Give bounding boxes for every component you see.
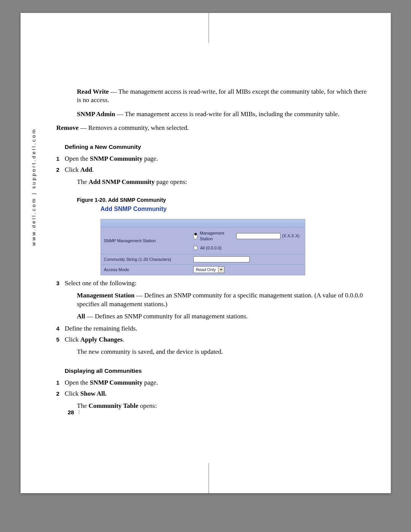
step-text-pre: Click: [65, 336, 80, 343]
step-text-pre: Open the: [65, 155, 90, 162]
ms-label: Management Station: [77, 292, 135, 299]
table-row: SNMP Management Station Management Stati…: [100, 227, 305, 254]
figure-caption: Figure 1-20. Add SNMP Community: [77, 197, 368, 203]
step-number: 5: [53, 336, 59, 343]
svg-marker-0: [220, 269, 222, 271]
open-line-post: page opens:: [155, 178, 187, 185]
table-line-bold: Community Table: [89, 402, 139, 409]
radio-management-station[interactable]: [193, 233, 198, 240]
open-line-pre: The: [77, 178, 89, 185]
snmp-form: SNMP Management Station Management Stati…: [100, 219, 305, 275]
row-value: Management Station (X.X.X.X) All (0.0.0.…: [190, 227, 305, 254]
figure-title: Add SNMP Community: [100, 205, 368, 213]
row-label: Access Mode: [101, 265, 190, 275]
step-text-bold: Show All.: [80, 390, 107, 397]
table-line: The Community Table opens:: [77, 402, 368, 410]
open-line: The Add SNMP Community page opens:: [77, 178, 368, 186]
row-value: [190, 254, 305, 265]
ms-option: Management Station — Defines an SNMP com…: [77, 291, 368, 308]
heading-defining: Defining a New Community: [65, 143, 368, 151]
readwrite-label: Read Write: [77, 88, 109, 95]
radio-all[interactable]: [193, 246, 198, 250]
page-number: 28: [68, 409, 74, 415]
step-text-post: .: [123, 336, 124, 343]
margin-mark-top: [209, 13, 209, 43]
community-string-input[interactable]: [193, 256, 250, 262]
step-text-bold: Apply Changes: [80, 336, 123, 343]
all-text: — Defines an SNMP community for all mana…: [85, 313, 248, 320]
footer-divider: |: [78, 409, 80, 414]
step-number: 1: [53, 155, 59, 163]
step-text-bold: SNMP Community: [90, 155, 142, 162]
all-label: All: [77, 313, 85, 320]
remove-label: Remove: [56, 124, 79, 131]
snmpadmin-text: — The management access is read-write fo…: [115, 110, 339, 118]
chevron-down-icon: [218, 267, 224, 273]
step-number: 2: [53, 166, 59, 174]
readwrite-desc: Read Write — The management access is re…: [77, 88, 368, 105]
all-option: All — Defines an SNMP community for all …: [77, 312, 368, 321]
saved-text: The new community is saved, and the devi…: [77, 348, 368, 356]
radio-label-ms: Management Station: [200, 230, 235, 241]
list-item: 1 Open the SNMP Community page.: [65, 379, 368, 387]
list-item: 4 Define the remaining fields.: [65, 324, 368, 333]
step-text-bold: Add: [80, 166, 92, 173]
row-value: Read Only: [190, 265, 305, 275]
step-number: 1: [53, 379, 59, 387]
step-text: Select one of the following:: [65, 280, 137, 287]
open-line-bold: Add SNMP Community: [89, 178, 155, 185]
side-url: www.dell.com | support.dell.com: [31, 128, 37, 246]
page: www.dell.com | support.dell.com Read Wri…: [21, 13, 391, 493]
management-station-input[interactable]: [236, 233, 280, 239]
step-text-bold: SNMP Community: [90, 379, 142, 386]
table-row: Community String (1-20 Characters): [100, 254, 305, 265]
margin-mark-bottom: [209, 463, 209, 493]
access-mode-value: Read Only: [194, 267, 218, 273]
table-line-post: opens:: [139, 402, 157, 409]
step-text-post: page.: [142, 379, 158, 386]
radio-label-all: All (0.0.0.0): [200, 245, 221, 251]
step-number: 2: [53, 390, 59, 398]
list-item: 1 Open the SNMP Community page.: [65, 155, 368, 163]
content-body: Read Write — The management access is re…: [44, 85, 368, 411]
list-item: 3 Select one of the following:: [65, 279, 368, 288]
row-label: Community String (1-20 Characters): [101, 254, 190, 265]
step-number: 4: [53, 325, 59, 332]
access-mode-select[interactable]: Read Only: [193, 266, 225, 273]
step-text-pre: Open the: [65, 379, 90, 386]
remove-text: — Removes a community, when selected.: [79, 124, 189, 131]
snmpadmin-desc: SNMP Admin — The management access is re…: [77, 110, 368, 118]
ip-hint: (X.X.X.X): [282, 233, 302, 239]
step-text-pre: Click: [65, 390, 80, 397]
step-text-post: page.: [142, 155, 158, 162]
heading-displaying: Displaying all Communities: [65, 367, 368, 375]
row-label: SNMP Management Station: [101, 227, 190, 254]
step-text-pre: Click: [65, 166, 80, 173]
readwrite-text: — The management access is read-write, f…: [77, 88, 366, 104]
list-item: 2 Click Show All.: [65, 390, 368, 398]
remove-desc: Remove — Removes a community, when selec…: [56, 124, 368, 132]
step-text: Define the remaining fields.: [65, 325, 137, 332]
snmp-toolbar: [100, 219, 305, 227]
step-text-post: .: [92, 166, 94, 173]
list-item: 2 Click Add.: [65, 166, 368, 174]
snmpadmin-label: SNMP Admin: [77, 110, 115, 118]
step-number: 3: [53, 280, 59, 287]
list-item: 5 Click Apply Changes.: [65, 335, 368, 344]
table-row: Access Mode Read Only: [100, 265, 305, 275]
